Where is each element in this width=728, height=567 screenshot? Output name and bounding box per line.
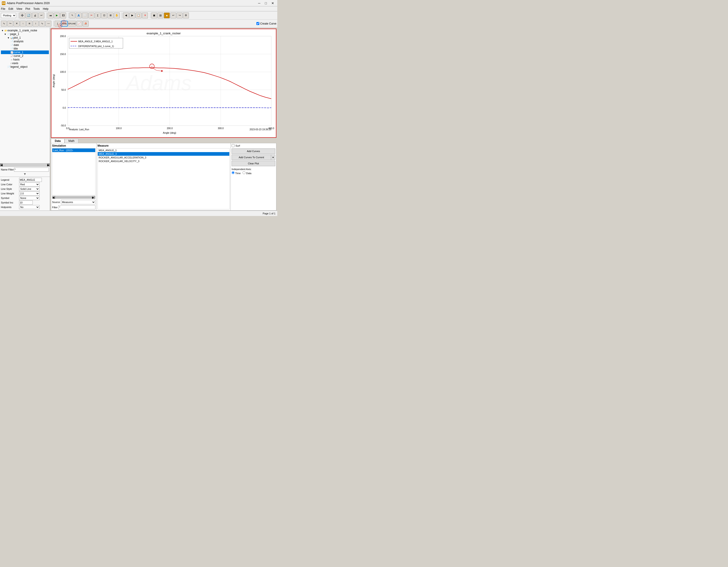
integral-button[interactable]: ∫ [55,21,60,27]
measure-item-4[interactable]: ROCKER_ANGULAR_VELOCITY_3 [98,159,229,163]
tree-item-date[interactable]: 📄 date [1,43,49,47]
import-button[interactable]: ↩ [170,13,176,18]
scroll-right-btn[interactable]: ▶ [47,163,50,167]
wave8-button[interactable]: 〰 [45,21,51,27]
layout1-button[interactable]: ▣ [151,13,157,18]
hand-button[interactable]: ✋ [114,13,120,18]
measure-item-2[interactable]: MEA_ANGLE_3 [98,152,229,156]
wave7-button[interactable]: ∿ [39,21,45,27]
legend-input[interactable] [19,178,42,182]
tab-math[interactable]: Math [65,139,78,143]
menu-help[interactable]: Help [43,7,49,10]
settings-button[interactable]: ⚙ [183,13,189,18]
tree-item-legend[interactable]: 📄 legend_object [1,65,49,69]
select-button[interactable]: ↖ [69,13,75,18]
measure-item-1[interactable]: MEA_ANGLE_1 [98,148,229,152]
refresh-button[interactable]: 🔄 [26,13,32,18]
tree-item-root[interactable]: ▼ 📁 example_1_crank_rocke [1,29,49,32]
tree-item-vaxis[interactable]: ↕ vaxis [1,61,49,65]
svg-text:Analysis: Last_Run: Analysis: Last_Run [69,128,89,131]
tree-icon: ▼ 📁 [1,29,7,32]
tree-item-curve2[interactable]: 📈 curve_2 [1,54,49,58]
layout3-button[interactable]: ■ [164,13,170,18]
tab-data[interactable]: Data [51,139,65,143]
add-curves-current-arrow[interactable]: ▼ [271,155,275,160]
add-curves-current-button[interactable]: Add Curves To Current [232,155,271,160]
wave5-button[interactable]: ≋ [26,21,32,27]
layout2-button[interactable]: ▤ [158,13,163,18]
tree-item-curve1[interactable]: 📈 curve_1 [1,50,49,54]
delete-button[interactable]: ✕ [142,13,148,18]
name-filter-row: Name Filter [1,168,49,172]
sim-item-last-run[interactable]: Last_Run (2023- [52,148,95,152]
name-filter-input[interactable] [14,168,49,172]
sim-scroll-right[interactable]: ▶ [92,196,95,199]
skip-start-button[interactable]: ⏮ [48,13,53,18]
menu-file[interactable]: File [1,7,5,10]
source-select[interactable]: Measures [61,200,95,204]
left-scrollbar[interactable]: ◀ ▶ [0,163,50,166]
wave4-button[interactable]: ⍨ [20,21,26,27]
play-button[interactable]: ▶ [54,13,60,18]
sim-scrollbar-track[interactable] [55,196,92,198]
create-curve-checkbox[interactable] [256,22,259,25]
ship-button[interactable]: ⛵ [83,21,89,27]
menu-plot[interactable]: Plot [25,7,30,10]
radio-data[interactable] [243,171,245,174]
line-color-select[interactable]: Red [19,182,40,186]
left-scrollbar-track[interactable] [3,164,47,166]
titlebar-controls[interactable]: ─ □ ✕ [257,1,275,5]
export-button[interactable]: ↪ [177,13,183,18]
radio-time[interactable] [232,171,235,174]
name-filter-arrow[interactable]: ▼ [1,172,49,176]
menu-edit[interactable]: Edit [8,7,13,10]
new-button[interactable]: ➕ [19,13,25,18]
crop-button[interactable]: ⬜ [82,13,88,18]
surf-checkbox[interactable] [232,144,235,147]
add-curves-button[interactable]: Add Curves [232,148,275,154]
film-button[interactable]: 🎞 [60,13,66,18]
tree-item-analysis[interactable]: 📄 analysis [1,40,49,43]
sim-scroll-area[interactable]: ◀ ▶ [52,196,95,199]
line-style-select[interactable]: Solid Line [19,187,40,191]
clear-plot-button[interactable]: Clear Plot [232,161,275,166]
mode-dropdown[interactable]: Plotting [1,13,16,18]
minimize-button[interactable]: ─ [257,1,262,5]
text-button[interactable]: A [76,13,82,18]
hotpoints-select[interactable]: No [19,205,40,209]
scroll-left-btn[interactable]: ◀ [0,163,3,167]
menu-tools[interactable]: Tools [33,7,40,10]
wave6-button[interactable]: ≀ [33,21,39,27]
create-curve-area[interactable]: Create Curve [256,22,276,25]
wave3-button[interactable]: ✕ [14,21,20,27]
maximize-button[interactable]: □ [264,1,268,5]
radio-data-label[interactable]: Data [243,171,251,175]
wave1-button[interactable]: ∿ [1,21,7,27]
undo-button[interactable]: ↩ [38,13,44,18]
expand-button[interactable]: ⊞ [108,13,113,18]
dx-dy-button[interactable]: dx/dy [61,21,68,27]
menu-view[interactable]: View [16,7,22,10]
radio-time-label[interactable]: Time [232,171,241,175]
filter-input[interactable] [58,205,95,209]
line-weight-select[interactable]: 2.0 [19,191,40,196]
select2-button[interactable]: ⊡ [101,13,107,18]
sigma-button[interactable]: Σ [95,13,101,18]
page-action1-button[interactable]: 📋 [136,13,142,18]
chart-button[interactable]: 📈 [76,21,82,27]
close-button[interactable]: ✕ [270,1,275,5]
print-button[interactable]: 🖨 [32,13,38,18]
symbol-inc-input[interactable] [19,201,33,205]
measure-item-3[interactable]: ROCKER_ANGULAR_ACCELERATION_3 [98,156,229,159]
sim-scroll-left[interactable]: ◀ [52,196,55,199]
scissors-button[interactable]: ✂ [88,13,94,18]
prev-page-button[interactable]: ◀ [123,13,129,18]
wave2-button[interactable]: 〜 [7,21,13,27]
next-page-button[interactable]: ▶ [129,13,135,18]
tree-item-haxis[interactable]: ↔ haxis [1,58,49,61]
symbol-select[interactable]: None [19,196,40,200]
epline-button[interactable]: EPLINE [68,21,76,27]
tree-item-plot1[interactable]: ▼ 📊 plot_1 [1,36,49,40]
tree-item-page1[interactable]: ▼ 📄 page_1 [1,32,49,36]
tree-item-title[interactable]: 📄 title [1,47,49,50]
